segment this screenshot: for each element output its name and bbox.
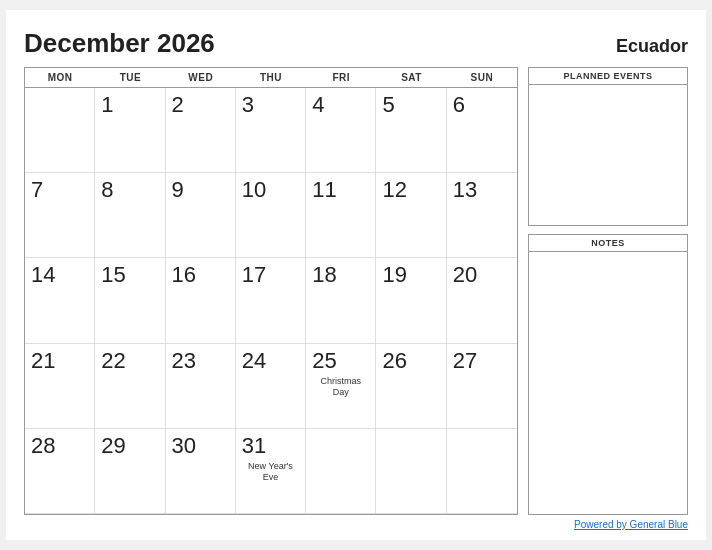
day-of-week-header: SAT xyxy=(376,68,446,87)
powered-by-link[interactable]: Powered by General Blue xyxy=(574,519,688,530)
calendar-cell: 26 xyxy=(376,344,446,429)
calendar-cell: 4 xyxy=(306,88,376,173)
calendar-cell: 24 xyxy=(236,344,306,429)
calendar-cell xyxy=(306,429,376,514)
calendar-cell: 18 xyxy=(306,258,376,343)
header: December 2026 Ecuador xyxy=(24,28,688,59)
page: December 2026 Ecuador MONTUEWEDTHUFRISAT… xyxy=(6,10,706,540)
day-number: 12 xyxy=(382,177,406,203)
notes-box: NOTES xyxy=(528,234,688,515)
calendar-cell: 21 xyxy=(25,344,95,429)
day-number: 4 xyxy=(312,92,324,118)
day-number: 7 xyxy=(31,177,43,203)
calendar-cell: 8 xyxy=(95,173,165,258)
day-number: 3 xyxy=(242,92,254,118)
day-number: 20 xyxy=(453,262,477,288)
calendar-cell: 7 xyxy=(25,173,95,258)
planned-events-box: PLANNED EVENTS xyxy=(528,67,688,226)
day-of-week-header: MON xyxy=(25,68,95,87)
day-of-week-header: TUE xyxy=(95,68,165,87)
calendar-cell: 30 xyxy=(166,429,236,514)
day-number: 24 xyxy=(242,348,266,374)
calendar-cell: 15 xyxy=(95,258,165,343)
day-number: 19 xyxy=(382,262,406,288)
day-number: 14 xyxy=(31,262,55,288)
footer: Powered by General Blue xyxy=(24,519,688,530)
day-number: 22 xyxy=(101,348,125,374)
calendar-cell: 29 xyxy=(95,429,165,514)
country-label: Ecuador xyxy=(616,36,688,57)
calendar-cell: 22 xyxy=(95,344,165,429)
day-number: 16 xyxy=(172,262,196,288)
day-number: 5 xyxy=(382,92,394,118)
day-number: 8 xyxy=(101,177,113,203)
calendar-cell: 5 xyxy=(376,88,446,173)
day-number: 23 xyxy=(172,348,196,374)
day-number: 9 xyxy=(172,177,184,203)
calendar-cell: 11 xyxy=(306,173,376,258)
notes-content xyxy=(529,252,687,514)
day-number: 10 xyxy=(242,177,266,203)
day-number: 18 xyxy=(312,262,336,288)
calendar-cell: 19 xyxy=(376,258,446,343)
calendar: MONTUEWEDTHUFRISATSUN 123456789101112131… xyxy=(24,67,518,515)
calendar-cell: 14 xyxy=(25,258,95,343)
day-of-week-header: THU xyxy=(236,68,306,87)
day-of-week-header: FRI xyxy=(306,68,376,87)
calendar-cell: 17 xyxy=(236,258,306,343)
calendar-cell: 6 xyxy=(447,88,517,173)
calendar-cell: 9 xyxy=(166,173,236,258)
day-number: 11 xyxy=(312,177,336,203)
calendar-cell: 28 xyxy=(25,429,95,514)
day-number: 28 xyxy=(31,433,55,459)
page-title: December 2026 xyxy=(24,28,215,59)
calendar-cell: 13 xyxy=(447,173,517,258)
calendar-header: MONTUEWEDTHUFRISATSUN xyxy=(25,68,517,88)
day-number: 15 xyxy=(101,262,125,288)
calendar-cell: 27 xyxy=(447,344,517,429)
day-number: 17 xyxy=(242,262,266,288)
day-number: 21 xyxy=(31,348,55,374)
sidebar: PLANNED EVENTS NOTES xyxy=(528,67,688,515)
day-number: 26 xyxy=(382,348,406,374)
day-number: 2 xyxy=(172,92,184,118)
planned-events-content xyxy=(529,85,687,225)
day-number: 29 xyxy=(101,433,125,459)
main-area: MONTUEWEDTHUFRISATSUN 123456789101112131… xyxy=(24,67,688,515)
calendar-cell: 23 xyxy=(166,344,236,429)
calendar-cell: 3 xyxy=(236,88,306,173)
day-number: 31 xyxy=(242,433,266,459)
calendar-cell xyxy=(447,429,517,514)
calendar-cell: 10 xyxy=(236,173,306,258)
day-number: 25 xyxy=(312,348,336,374)
day-of-week-header: SUN xyxy=(447,68,517,87)
day-event-label: New Year's Eve xyxy=(242,461,299,483)
calendar-cell xyxy=(25,88,95,173)
day-number: 6 xyxy=(453,92,465,118)
calendar-cell: 31New Year's Eve xyxy=(236,429,306,514)
day-of-week-header: WED xyxy=(166,68,236,87)
day-number: 1 xyxy=(101,92,113,118)
calendar-cell: 20 xyxy=(447,258,517,343)
day-number: 30 xyxy=(172,433,196,459)
calendar-cell: 16 xyxy=(166,258,236,343)
calendar-cell: 1 xyxy=(95,88,165,173)
day-event-label: Christmas Day xyxy=(312,376,369,398)
calendar-body: 1234567891011121314151617181920212223242… xyxy=(25,88,517,514)
planned-events-label: PLANNED EVENTS xyxy=(529,68,687,85)
notes-label: NOTES xyxy=(529,235,687,252)
day-number: 27 xyxy=(453,348,477,374)
day-number: 13 xyxy=(453,177,477,203)
calendar-cell: 25Christmas Day xyxy=(306,344,376,429)
calendar-cell xyxy=(376,429,446,514)
calendar-cell: 12 xyxy=(376,173,446,258)
calendar-cell: 2 xyxy=(166,88,236,173)
